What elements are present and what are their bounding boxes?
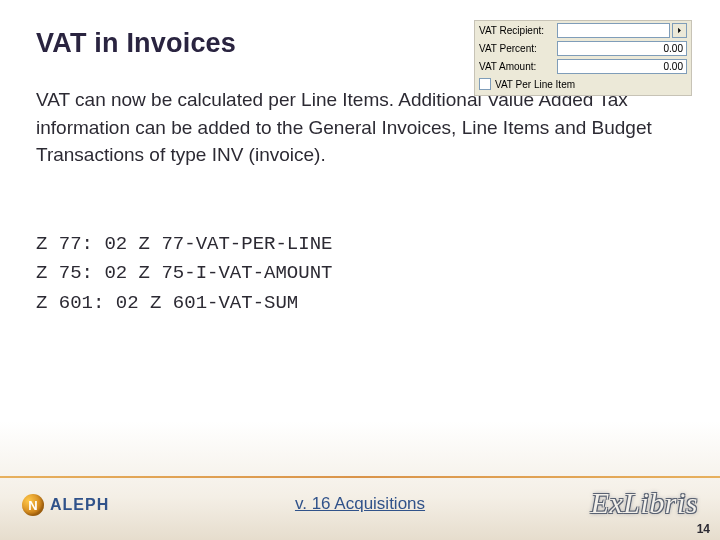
slide-title: VAT in Invoices	[36, 28, 236, 59]
vat-form-panel: VAT Recipient: VAT Percent: 0.00 VAT Amo…	[474, 20, 692, 96]
vat-percent-input[interactable]: 0.00	[557, 41, 687, 56]
body-paragraph: VAT can now be calculated per Line Items…	[36, 86, 676, 169]
slide: VAT in Invoices VAT can now be calculate…	[0, 0, 720, 540]
vat-perline-label: VAT Per Line Item	[495, 79, 575, 90]
vat-recipient-input[interactable]	[557, 23, 670, 38]
exlibris-logo: ExLibris	[591, 486, 698, 520]
vat-perline-checkbox[interactable]	[479, 78, 491, 90]
config-line: Z 601: 02 Z 601-VAT-SUM	[36, 289, 332, 318]
exlibris-logo-text: ExLibris	[591, 486, 698, 519]
footer-divider	[0, 476, 720, 478]
vat-percent-label: VAT Percent:	[479, 43, 557, 54]
vat-recipient-dropdown-button[interactable]	[672, 23, 687, 38]
chevron-right-icon	[676, 27, 683, 34]
footer: N ALEPH v. 16 Acquisitions ExLibris 14	[0, 476, 720, 540]
vat-amount-input[interactable]: 0.00	[557, 59, 687, 74]
vat-recipient-row: VAT Recipient:	[475, 21, 691, 39]
config-line: Z 75: 02 Z 75-I-VAT-AMOUNT	[36, 259, 332, 288]
vat-amount-row: VAT Amount: 0.00	[475, 57, 691, 75]
config-block: Z 77: 02 Z 77-VAT-PER-LINE Z 75: 02 Z 75…	[36, 230, 332, 318]
vat-recipient-label: VAT Recipient:	[479, 25, 557, 36]
vat-percent-row: VAT Percent: 0.00	[475, 39, 691, 57]
page-number: 14	[697, 522, 710, 536]
config-line: Z 77: 02 Z 77-VAT-PER-LINE	[36, 230, 332, 259]
vat-amount-label: VAT Amount:	[479, 61, 557, 72]
vat-perline-row: VAT Per Line Item	[475, 75, 691, 93]
